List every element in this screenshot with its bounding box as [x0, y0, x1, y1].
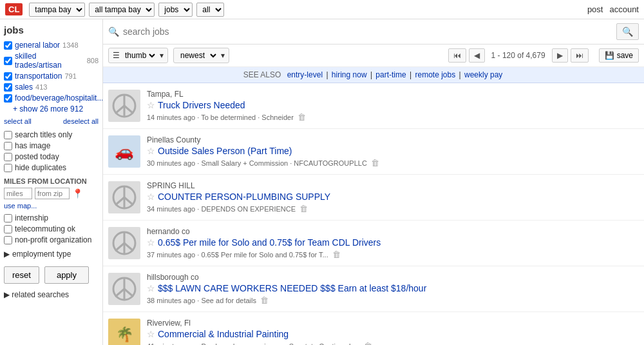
sort-select[interactable]: newest relevant ▾	[173, 48, 229, 63]
trash-icon[interactable]: 🗑	[260, 295, 269, 305]
peace-icon	[111, 184, 137, 210]
select-all-link[interactable]: select all	[4, 117, 32, 125]
filter-select[interactable]: all	[196, 3, 224, 17]
cat-skilled-trades-label[interactable]: skilled trades/artisan	[15, 52, 84, 70]
star-icon[interactable]: ☆	[147, 237, 155, 248]
filter-has-image-label[interactable]: has image	[15, 141, 50, 150]
category-select[interactable]: jobs	[158, 3, 193, 17]
search-input[interactable]	[123, 26, 612, 37]
zip-input[interactable]	[35, 188, 70, 199]
apply-button[interactable]: apply	[44, 266, 89, 284]
trash-icon[interactable]: 🗑	[364, 341, 372, 345]
filter-internship-checkbox[interactable]	[4, 214, 12, 222]
see-also-hiring-now[interactable]: hiring now	[332, 70, 367, 79]
job-title-link[interactable]: COUNTER PERSON-PLUMBING SUPPLY	[158, 192, 330, 202]
related-searches[interactable]: ▶ related searches	[4, 290, 99, 299]
cl-logo: CL	[5, 3, 23, 15]
save-button[interactable]: 💾 save	[599, 48, 639, 63]
miles-input[interactable]	[4, 188, 32, 199]
filter-hide-dupes: hide duplicates	[4, 163, 99, 172]
peace-icon	[111, 230, 137, 256]
star-icon[interactable]: ☆	[147, 192, 155, 202]
cat-sales-label[interactable]: sales	[15, 83, 33, 92]
cat-food-bev-checkbox[interactable]	[4, 94, 12, 103]
cat-transportation-label[interactable]: transportation	[15, 72, 62, 81]
see-also-prefix: SEE ALSO	[243, 70, 281, 79]
page-last-button[interactable]: ⏭	[571, 48, 589, 63]
trash-icon[interactable]: 🗑	[371, 158, 379, 168]
see-also-bar: SEE ALSO entry-level | hiring now | part…	[103, 67, 644, 83]
star-icon[interactable]: ☆	[147, 329, 155, 339]
job-thumb	[108, 181, 140, 213]
filter-nonprofit-label[interactable]: non-profit organization	[15, 235, 91, 244]
see-also-entry-level[interactable]: entry-level	[287, 70, 323, 79]
job-title-link[interactable]: 0.65$ Per mile for Solo and 0.75$ for Te…	[158, 237, 381, 248]
employment-type-label: employment type	[12, 250, 71, 259]
job-info: hillsborough co ☆ $$$ LAWN CARE WORKERS …	[147, 273, 638, 305]
job-thumb	[108, 227, 140, 259]
job-info: Riverview, Fl ☆ Commercial & Industrial …	[147, 319, 638, 345]
job-title-link[interactable]: $$$ LAWN CARE WORKERS NEEDED $$$ Earn at…	[158, 283, 426, 293]
see-also-remote-jobs[interactable]: remote jobs	[415, 70, 455, 79]
employment-type-toggle[interactable]: ▶ employment type	[4, 250, 99, 259]
filter-telecommuting-label[interactable]: telecommuting ok	[15, 224, 75, 233]
reset-button[interactable]: reset	[4, 266, 39, 284]
filter-titles-only-checkbox[interactable]	[4, 131, 12, 139]
filter-posted-today-label[interactable]: posted today	[15, 152, 59, 161]
job-info: hernando co ☆ 0.65$ Per mile for Solo an…	[147, 227, 638, 259]
search-button[interactable]: 🔍	[616, 23, 639, 40]
job-meta: 41 minutes ago · Pay based on experience…	[147, 341, 638, 345]
deselect-all-link[interactable]: deselect all	[63, 117, 99, 125]
post-link[interactable]: post	[587, 5, 603, 14]
cat-general-labor-checkbox[interactable]	[4, 41, 12, 50]
star-icon[interactable]: ☆	[147, 283, 155, 293]
trash-icon[interactable]: 🗑	[299, 204, 308, 213]
svg-line-7	[124, 197, 133, 205]
show-more-link[interactable]: + show 26 more 912	[13, 104, 99, 113]
sort-dropdown[interactable]: newest relevant	[178, 50, 218, 61]
filter-hide-dupes-checkbox[interactable]	[4, 164, 12, 172]
select-all-row: select all deselect all	[4, 117, 99, 125]
page-prev-button[interactable]: ◀	[469, 48, 485, 63]
chevron-right-icon-2: ▶	[4, 290, 10, 299]
page-first-button[interactable]: ⏮	[448, 48, 466, 63]
cat-general-labor-count: 1348	[62, 41, 78, 49]
filter-has-image-checkbox[interactable]	[4, 142, 12, 150]
filter-telecommuting-checkbox[interactable]	[4, 225, 12, 233]
job-info: Pinellas County ☆ Outside Sales Person (…	[147, 135, 638, 168]
cat-skilled-trades-checkbox[interactable]	[4, 57, 12, 65]
star-icon[interactable]: ☆	[147, 100, 155, 110]
cat-general-labor-label[interactable]: general labor	[15, 41, 60, 50]
view-dropdown[interactable]: thumb list	[122, 50, 157, 61]
filter-internship-label[interactable]: internship	[15, 213, 48, 222]
job-item: 🌴 Riverview, Fl ☆ Commercial & Industria…	[103, 312, 644, 345]
filter-titles-only-label[interactable]: search titles only	[15, 130, 72, 139]
star-icon[interactable]: ☆	[147, 146, 155, 156]
filter-telecommuting: telecommuting ok	[4, 224, 99, 233]
job-item: hillsborough co ☆ $$$ LAWN CARE WORKERS …	[103, 266, 644, 312]
job-title-link[interactable]: Truck Drivers Needed	[158, 100, 245, 110]
job-title-link[interactable]: Outside Sales Person (Part Time)	[158, 146, 292, 156]
account-link[interactable]: account	[609, 5, 639, 14]
cat-sales-checkbox[interactable]	[4, 83, 12, 92]
see-also-weekly-pay[interactable]: weekly pay	[464, 70, 502, 79]
cat-skilled-trades: skilled trades/artisan 808	[4, 52, 99, 70]
filter-hide-dupes-label[interactable]: hide duplicates	[15, 163, 66, 172]
sidebar-title: jobs	[4, 25, 99, 35]
area-select[interactable]: all tampa bay	[89, 3, 155, 17]
use-map-link[interactable]: use map...	[4, 202, 99, 210]
filter-has-image: has image	[4, 141, 99, 150]
job-item: hernando co ☆ 0.65$ Per mile for Solo an…	[103, 221, 644, 266]
see-also-part-time[interactable]: part-time	[375, 70, 406, 79]
location-select[interactable]: tampa bay	[29, 3, 85, 17]
filter-nonprofit-checkbox[interactable]	[4, 236, 12, 244]
trash-icon[interactable]: 🗑	[332, 250, 341, 259]
filter-posted-today-checkbox[interactable]	[4, 153, 12, 161]
view-select[interactable]: ☰ thumb list ▾	[108, 48, 168, 63]
cat-transportation-checkbox[interactable]	[4, 72, 12, 81]
pagination-area: ⏮ ◀ 1 - 120 of 4,679 ▶ ⏭	[448, 48, 589, 63]
cat-food-bev-label[interactable]: food/beverage/hospitalit...	[15, 94, 103, 103]
job-title-link[interactable]: Commercial & Industrial Painting	[158, 329, 289, 339]
page-next-button[interactable]: ▶	[552, 48, 568, 63]
trash-icon[interactable]: 🗑	[298, 112, 306, 122]
